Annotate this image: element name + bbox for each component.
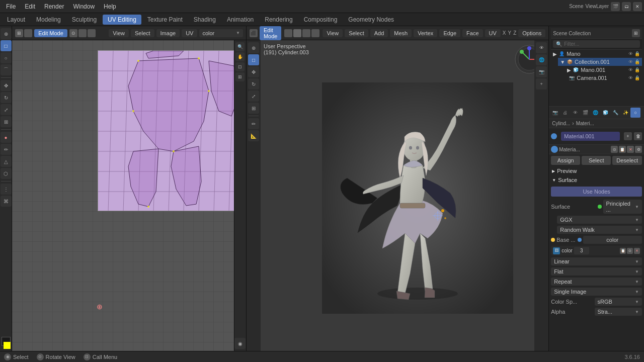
shading-icon-render[interactable] [311,29,319,37]
vp-right-view-btn[interactable]: 👁 [536,42,547,53]
tab-animation[interactable]: Animation [222,15,259,25]
viewport-face-btn[interactable]: Face [462,29,482,37]
outliner-search[interactable]: 🔍Filter... [553,40,640,48]
deselect-btn[interactable]: Deselect [612,156,642,165]
props-output-tab[interactable]: 🖨 [560,108,570,118]
props-object-tab[interactable]: 🧊 [600,108,610,118]
uv-snap-icon[interactable] [78,29,87,37]
select-box-btn[interactable]: □ [1,40,12,51]
viewport-edge-btn[interactable]: Edge [439,29,460,37]
stra-dropdown[interactable]: Stra... ▼ [595,308,642,316]
mat-icon-btn-2[interactable]: 📋 [619,146,626,153]
vp-annotate-btn[interactable]: ✏ [248,118,259,129]
material-name-bar[interactable]: Material.001 [561,132,620,141]
uv-overlay-btn[interactable]: ◉ [234,338,246,349]
annotate-erase-btn[interactable]: ⬡ [1,168,12,179]
mat-icon-btn-settings[interactable]: ⚙ [635,146,642,153]
texture-type-icon[interactable]: 🖼 [553,247,560,254]
texture-number[interactable]: 3 [574,247,589,254]
tab-rendering[interactable]: Rendering [260,15,297,25]
color-value[interactable]: color [583,236,642,244]
material-delete-icon[interactable]: 🗑 [634,132,642,140]
vp-cursor-btn[interactable]: ⊕ [248,42,259,53]
vp-right-plus-btn[interactable]: + [536,78,547,89]
linear-dropdown[interactable]: Linear ▼ [551,257,642,265]
props-material-tab[interactable]: ○ [630,108,640,118]
preview-toggle[interactable]: ▶ Preview [549,166,644,175]
uv-header-icon[interactable]: ⊞ [15,29,23,37]
uv-zoom-btn[interactable]: 🔍 [235,42,245,51]
principled-dropdown[interactable]: Principled ... ▼ [603,200,642,214]
tex-icon-3[interactable]: ✕ [634,248,640,254]
menu-window[interactable]: Window [69,2,99,11]
uv-overlay-icon[interactable]: ⊙ [69,29,77,37]
viewport-header-icon[interactable]: ⬛ [250,29,258,37]
props-view-tab[interactable]: 👁 [570,108,580,118]
props-world-tab[interactable]: 🌐 [590,108,600,118]
viewport-mesh-btn[interactable]: Mesh [390,29,412,37]
outliner-item-mano001[interactable]: ▶ 🧊 Mano.001 👁 🔒 [565,66,642,74]
viewport-select-btn[interactable]: Select [345,29,368,37]
uv-image-btn[interactable]: Image [156,29,180,37]
select-lasso-btn[interactable]: ⌒ [1,64,12,75]
viewlayer-icon[interactable]: 🗂 [622,2,631,11]
ggx-dropdown[interactable]: GGX ▼ [557,216,642,224]
transform-tool-btn[interactable]: ⊞ [1,116,12,127]
select-circle-btn[interactable]: ○ [1,52,12,63]
vp-move-btn[interactable]: ✥ [248,66,259,77]
menu-edit[interactable]: Edit [21,2,39,11]
outliner-item-camera[interactable]: 📷 Camera.001 👁 🔒 [565,74,642,82]
tab-modeling[interactable]: Modeling [31,15,66,25]
vp-scale-btn[interactable]: ⤢ [248,90,259,102]
outliner-item-mano[interactable]: ▶ 👤 Mano 👁 🔒 [551,50,642,58]
uv-prop-icon[interactable] [88,29,96,37]
uv-canvas[interactable]: ⊕ 🔍 ✋ ⊡ ⊞ ◉ [12,40,246,351]
rotate-tool-btn[interactable]: ↻ [1,92,12,103]
annotate-btn[interactable]: ● [1,132,12,143]
menu-render[interactable]: Render [40,2,68,11]
tab-shading[interactable]: Shading [189,15,221,25]
select-btn[interactable]: Select [582,156,611,165]
uv-color-dropdown[interactable]: color ▼ [199,29,243,37]
mat-icon-btn-close[interactable]: ✕ [627,146,634,153]
viewport-uv-btn[interactable]: UV [485,29,501,37]
vp-transform-btn[interactable]: ⊞ [248,103,259,114]
tab-uv-editing[interactable]: UV Editing [103,15,141,25]
mat-icon-btn-1[interactable]: ⊙ [611,146,618,153]
viewport-canvas[interactable]: ⊕ □ ✥ ↻ ⤢ ⊞ ✏ 📐 User Perspective (191) C… [247,40,548,351]
uv-mode-icon[interactable] [24,29,32,37]
menu-help[interactable]: Help [100,2,120,11]
menu-file[interactable]: File [2,2,20,11]
use-nodes-btn[interactable]: Use Nodes [551,187,642,197]
cursor-tool-btn[interactable]: ⊕ [1,28,12,39]
scene-icon[interactable]: 🎬 [611,2,620,11]
outliner-filter-icon[interactable]: ⊞ [632,29,640,37]
tab-layout[interactable]: Layout [2,15,30,25]
uv-hand-btn[interactable]: ✋ [235,52,245,61]
relax-btn[interactable]: ⌘ [1,196,12,207]
viewport-edit-mode-btn[interactable]: Edit Mode [260,26,282,40]
vp-right-world-btn[interactable]: 🌐 [536,54,547,65]
random-walk-dropdown[interactable]: Random Walk ▼ [557,226,642,234]
outliner-item-collection[interactable]: ▼ 📦 Collection.001 👁 🔒 [558,58,642,66]
close-icon[interactable]: ✕ [633,2,642,11]
srgb-dropdown[interactable]: sRGB ▼ [595,298,642,306]
shading-icon-wire[interactable] [284,29,292,37]
annotate-polygon-btn[interactable]: △ [1,156,12,167]
vp-rotate-btn[interactable]: ↻ [248,78,259,89]
tab-geometry-nodes[interactable]: Geometry Nodes [343,15,399,25]
viewport-view-btn[interactable]: View [323,29,343,37]
tab-texture-paint[interactable]: Texture Paint [142,15,188,25]
annotate-line-btn[interactable]: ✏ [1,144,12,155]
repeat-dropdown[interactable]: Repeat ▼ [551,278,642,286]
props-render-tab[interactable]: 📷 [550,108,560,118]
tab-sculpting[interactable]: Sculpting [67,15,102,25]
shading-icon-material[interactable] [302,29,310,37]
vp-right-cam-btn[interactable]: 📷 [536,66,547,77]
tex-icon-2[interactable]: ⊙ [627,248,633,254]
uv-uv-btn[interactable]: UV [182,29,197,37]
tab-compositing[interactable]: Compositing [299,15,343,25]
background-color[interactable] [4,342,11,349]
viewport-add-btn[interactable]: Add [370,29,388,37]
assign-btn[interactable]: Assign [551,156,580,165]
